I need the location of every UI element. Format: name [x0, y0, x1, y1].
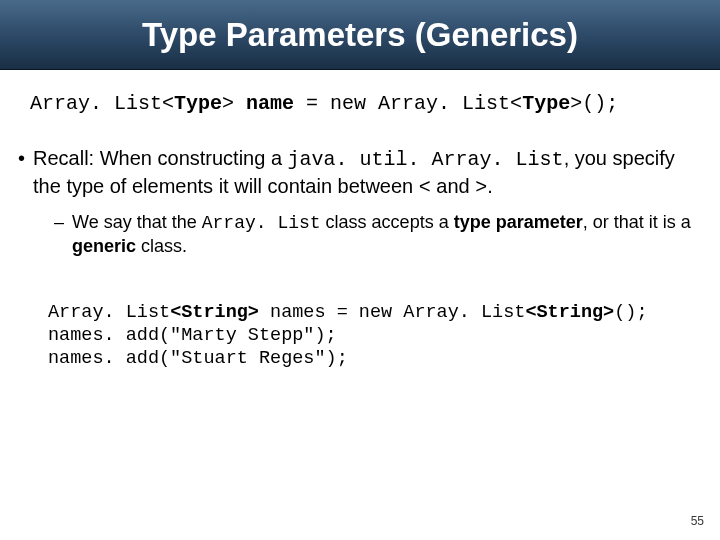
slide-title: Type Parameters (Generics): [142, 16, 578, 54]
inline-code: java. util. Array. List: [288, 148, 564, 171]
syntax-part: >: [222, 92, 246, 115]
code-token-bold: <String>: [170, 302, 259, 323]
code-token: Array. List: [48, 302, 170, 323]
text-run: , or that it is a: [583, 212, 691, 232]
text-run: and: [431, 175, 475, 197]
code-token-bold: <String>: [525, 302, 614, 323]
syntax-part: >();: [570, 92, 618, 115]
sub-bullet-item: – We say that the Array. List class acce…: [54, 211, 702, 259]
syntax-part: = new Array. List<: [294, 92, 522, 115]
term-type-parameter: type parameter: [454, 212, 583, 232]
inline-code: Array. List: [202, 213, 321, 233]
text-run: We say that the: [72, 212, 202, 232]
bullet-section: • Recall: When constructing a java. util…: [18, 145, 702, 259]
code-line: names. add("Marty Stepp");: [48, 325, 337, 346]
code-line: Array. List<String> names = new Array. L…: [48, 302, 648, 323]
code-token: ();: [614, 302, 647, 323]
term-generic: generic: [72, 236, 136, 256]
page-number: 55: [691, 514, 704, 528]
text-run: class accepts a: [321, 212, 454, 232]
text-run: .: [487, 175, 493, 197]
bullet-item: • Recall: When constructing a java. util…: [18, 145, 702, 201]
text-run: class.: [136, 236, 187, 256]
sub-bullet-text: We say that the Array. List class accept…: [72, 211, 702, 259]
code-example: Array. List<String> names = new Array. L…: [48, 301, 672, 370]
inline-code: >: [475, 176, 487, 199]
sub-bullet-marker: –: [54, 211, 64, 234]
syntax-part: Array. List<: [30, 92, 174, 115]
syntax-declaration: Array. List<Type> name = new Array. List…: [30, 92, 690, 115]
inline-code: <: [419, 176, 431, 199]
title-bar: Type Parameters (Generics): [0, 0, 720, 70]
syntax-type-param: Type: [522, 92, 570, 115]
code-line: names. add("Stuart Reges");: [48, 348, 348, 369]
syntax-name: name: [246, 92, 294, 115]
bullet-marker: •: [18, 145, 25, 171]
bullet-text: Recall: When constructing a java. util. …: [33, 145, 702, 201]
text-run: Recall: When constructing a: [33, 147, 288, 169]
code-token: names = new Array. List: [259, 302, 525, 323]
syntax-type-param: Type: [174, 92, 222, 115]
